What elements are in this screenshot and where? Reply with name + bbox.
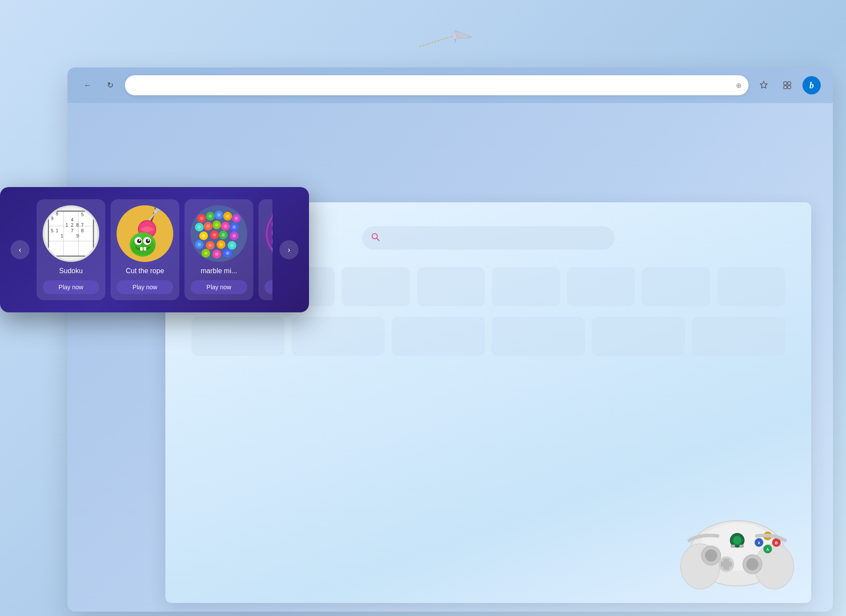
shortcut-b5[interactable]	[592, 317, 685, 356]
svg-text:1: 1	[56, 228, 58, 233]
game-card-sudoku[interactable]: 9 8 5 4 1 2 8 7 5 1 7 8 1	[37, 199, 105, 300]
play-jewel-button[interactable]: Play now	[265, 280, 272, 294]
svg-point-83	[206, 224, 210, 228]
game-card-marble-mingle[interactable]: marble mi... Play now	[185, 199, 253, 300]
bing-button[interactable]: b	[802, 76, 821, 94]
game-thumb-jewel	[265, 205, 272, 262]
svg-text:2: 2	[71, 223, 74, 228]
nav-right-button[interactable]: ›	[279, 240, 299, 259]
game-title-cut-the-rope: Cut the rope	[126, 267, 164, 275]
svg-text:5: 5	[81, 212, 84, 217]
game-card-jewel-academy[interactable]: Jewel aca... Play now	[258, 199, 272, 300]
play-cut-the-rope-button[interactable]: Play now	[117, 280, 173, 294]
search-bar[interactable]	[362, 226, 614, 250]
svg-text:7: 7	[81, 223, 84, 228]
svg-point-87	[224, 224, 227, 228]
svg-text:B: B	[775, 541, 778, 545]
shortcut-b1[interactable]	[191, 317, 285, 356]
svg-point-17	[746, 558, 759, 570]
svg-point-60	[131, 238, 155, 255]
shortcut-5[interactable]	[492, 267, 560, 306]
svg-point-103	[219, 243, 223, 246]
shortcut-8[interactable]	[717, 267, 786, 306]
svg-point-99	[198, 243, 201, 246]
shortcut-4[interactable]	[417, 267, 485, 306]
svg-point-75	[217, 213, 221, 217]
game-thumb-cut-the-rope	[117, 205, 173, 262]
game-title-marble: marble mi...	[201, 267, 237, 275]
game-thumb-marble	[191, 205, 247, 262]
arrow-indicator	[417, 22, 474, 57]
svg-point-71	[200, 217, 203, 220]
url-input[interactable]	[132, 82, 732, 89]
svg-marker-3	[455, 31, 472, 38]
toolbar-icons: b	[755, 76, 821, 94]
svg-text:8: 8	[81, 228, 84, 233]
svg-point-109	[215, 252, 218, 256]
svg-point-81	[198, 225, 201, 229]
refresh-button[interactable]: ↻	[102, 77, 118, 93]
svg-point-79	[235, 217, 238, 220]
svg-point-93	[213, 233, 216, 237]
game-card-cut-the-rope[interactable]: Cut the rope Play now	[111, 199, 179, 300]
svg-line-0	[419, 35, 455, 47]
svg-rect-6	[784, 86, 787, 89]
shortcuts-grid-bottom	[165, 317, 811, 356]
svg-point-89	[232, 225, 236, 229]
svg-point-22	[733, 536, 742, 545]
svg-text:1: 1	[61, 234, 64, 238]
svg-rect-4	[784, 82, 787, 85]
controller-container: A B X Y	[676, 497, 798, 594]
svg-text:1: 1	[66, 223, 68, 228]
svg-text:8: 8	[76, 223, 79, 228]
shortcut-7[interactable]	[642, 267, 710, 306]
address-bar[interactable]: ⊕	[125, 75, 749, 95]
svg-point-65	[139, 239, 141, 241]
play-marble-button[interactable]: Play now	[191, 280, 247, 294]
back-button[interactable]: ←	[80, 77, 95, 93]
svg-rect-67	[140, 247, 143, 251]
svg-text:9: 9	[76, 234, 79, 238]
svg-text:X: X	[758, 541, 760, 545]
svg-point-105	[230, 244, 234, 247]
game-thumb-sudoku: 9 8 5 4 1 2 8 7 5 1 7 8 1	[43, 205, 99, 262]
shortcut-3[interactable]	[342, 267, 410, 306]
games-nav: ‹	[10, 199, 299, 300]
games-list: 9 8 5 4 1 2 8 7 5 1 7 8 1	[37, 199, 272, 300]
xbox-controller-icon: A B X Y	[676, 497, 798, 593]
svg-text:8: 8	[56, 211, 58, 216]
svg-point-15	[705, 549, 717, 562]
shortcut-b3[interactable]	[392, 317, 485, 356]
nav-left-button[interactable]: ‹	[10, 240, 30, 259]
svg-text:A: A	[766, 547, 769, 552]
svg-point-111	[226, 251, 229, 255]
svg-point-66	[148, 239, 149, 241]
collections-icon[interactable]	[779, 77, 796, 94]
add-bookmark-icon[interactable]: ⊕	[736, 81, 742, 90]
svg-line-9	[377, 238, 379, 241]
shortcut-b6[interactable]	[692, 317, 785, 356]
svg-text:4: 4	[71, 218, 74, 222]
favorites-icon[interactable]	[755, 77, 772, 94]
svg-rect-32	[739, 545, 744, 548]
svg-rect-5	[788, 82, 791, 85]
browser-window: ← ↻ ⊕ b	[67, 67, 833, 612]
svg-point-85	[215, 223, 218, 227]
svg-text:5: 5	[51, 228, 54, 233]
svg-rect-68	[144, 247, 146, 251]
svg-point-112	[265, 205, 272, 262]
svg-text:7: 7	[71, 228, 74, 233]
shortcut-b2[interactable]	[292, 317, 385, 356]
svg-point-91	[202, 234, 205, 238]
shortcut-b4[interactable]	[492, 317, 585, 356]
game-title-sudoku: Sudoku	[59, 267, 83, 275]
search-icon	[371, 232, 380, 244]
play-sudoku-button[interactable]: Play now	[43, 280, 99, 294]
svg-point-73	[208, 214, 212, 218]
svg-point-97	[232, 234, 236, 238]
svg-text:9: 9	[51, 216, 54, 221]
svg-point-77	[226, 214, 229, 218]
browser-toolbar: ← ↻ ⊕ b	[67, 67, 833, 103]
shortcut-6[interactable]	[567, 267, 635, 306]
svg-rect-20	[721, 562, 732, 567]
